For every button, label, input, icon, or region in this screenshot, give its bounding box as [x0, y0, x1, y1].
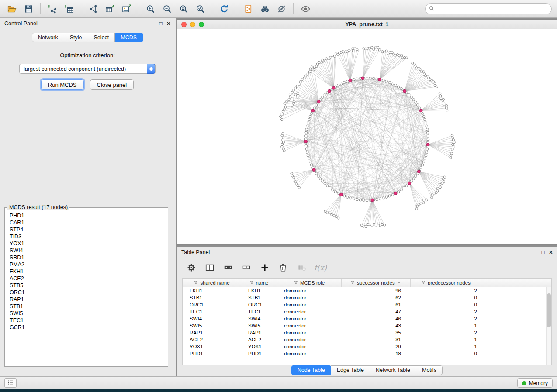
export-table-button[interactable] [101, 2, 118, 16]
close-table-panel-icon[interactable]: × [549, 250, 553, 255]
network-window-titlebar[interactable]: YPA_prune.txt_1 [177, 20, 557, 29]
column-header-shared-name[interactable]: shared name [183, 279, 241, 287]
minimize-window-icon[interactable] [190, 22, 195, 27]
close-panel-icon[interactable]: × [167, 21, 170, 26]
scrollbar-thumb[interactable] [547, 293, 551, 327]
column-header-MCDS-role[interactable]: MCDS role [277, 279, 342, 287]
tab-style[interactable]: Style [64, 33, 88, 42]
export-image-button[interactable] [118, 2, 135, 16]
mcds-result-item[interactable]: YOX1 [10, 240, 168, 247]
table-row[interactable]: RAP1RAP1dominator352 [183, 329, 551, 336]
function-builder-button[interactable]: f(x) [314, 263, 327, 272]
search-network-button[interactable] [256, 2, 273, 16]
panel-menu-button[interactable] [4, 378, 17, 388]
table-row[interactable]: SWI4SWI4dominator462 [183, 315, 551, 322]
maximize-window-icon[interactable] [199, 22, 204, 27]
import-table-button[interactable] [61, 2, 77, 16]
search-box[interactable] [425, 3, 552, 14]
toggle-visibility-button[interactable] [297, 2, 314, 16]
table-panel-title: Table Panel [181, 249, 210, 255]
zoom-fit-button[interactable] [175, 2, 192, 16]
export-network-button[interactable] [85, 2, 101, 16]
mcds-result-item[interactable]: FKH1 [10, 268, 168, 275]
memory-button[interactable]: Memory [517, 378, 553, 388]
table-cell: 96 [342, 288, 411, 293]
table-row[interactable]: SWI5SWI5connector431 [183, 322, 551, 329]
float-panel-icon[interactable]: □ [159, 21, 163, 26]
mcds-result-item[interactable]: SRD1 [10, 254, 168, 261]
share-document-button[interactable] [240, 2, 256, 16]
tab-node-table[interactable]: Node Table [291, 365, 331, 375]
save-session-button[interactable] [20, 2, 37, 16]
tab-network[interactable]: Network [32, 33, 64, 42]
mcds-result-item[interactable]: TEC1 [10, 317, 168, 324]
table-cell: 35 [342, 330, 411, 335]
table-cell: RAP1 [241, 330, 277, 335]
table-row[interactable]: TEC1TEC1connector472 [183, 308, 551, 315]
table-cell: 0 [411, 351, 481, 356]
close-panel-button[interactable]: Close panel [90, 79, 134, 90]
table-row[interactable]: STB1STB1dominator620 [183, 294, 551, 301]
table-cell: ACE2 [241, 337, 277, 342]
table-settings-gear-button[interactable] [186, 262, 197, 273]
search-input[interactable] [435, 6, 548, 12]
mcds-result-item[interactable]: CAR1 [10, 219, 168, 226]
column-header-successor-nodes[interactable]: successor nodes [342, 279, 411, 287]
tab-edge-table[interactable]: Edge Table [331, 365, 370, 375]
mcds-result-item[interactable]: TID3 [10, 233, 168, 240]
import-network-button[interactable] [44, 2, 61, 16]
mcds-result-item[interactable]: RAP1 [10, 296, 168, 303]
zoom-selected-button[interactable] [192, 2, 208, 16]
mcds-result-item[interactable]: STB1 [10, 303, 168, 310]
tab-select[interactable]: Select [88, 33, 115, 42]
optimization-criterion-select[interactable]: largest connected component (undirected) [19, 64, 156, 74]
zoom-out-button[interactable] [159, 2, 175, 16]
table-row[interactable]: FKH1FKH1dominator962 [183, 287, 551, 294]
float-table-panel-icon[interactable]: □ [542, 250, 545, 255]
zoom-in-button[interactable] [142, 2, 159, 16]
table-cell: SWI5 [183, 323, 241, 328]
table-row[interactable]: YOX1YOX1connector291 [183, 343, 551, 350]
mcds-result-item[interactable]: SWI4 [10, 247, 168, 254]
save-session-icon [24, 4, 34, 14]
hide-details-button[interactable] [273, 2, 290, 16]
close-window-icon[interactable] [181, 22, 187, 27]
split-columns-button[interactable] [204, 262, 215, 273]
select-all-rows-button[interactable] [222, 262, 234, 273]
table-row[interactable]: ORC1ORC1dominator610 [183, 301, 551, 308]
mcds-result-item[interactable]: PMA2 [10, 261, 168, 268]
tab-motifs[interactable]: Motifs [416, 365, 443, 375]
import-network-icon [48, 4, 58, 14]
search-icon [429, 5, 435, 13]
column-header-predecessor-nodes[interactable]: predecessor nodes [411, 279, 481, 287]
mcds-result-item[interactable]: ACE2 [10, 275, 168, 282]
table-row[interactable]: ACE2ACE2connector311 [183, 336, 551, 343]
mcds-result-item[interactable]: PHD1 [10, 212, 168, 219]
delete-column-button[interactable] [277, 262, 289, 273]
table-cell: ORC1 [183, 302, 241, 307]
mcds-result-item[interactable]: STB5 [10, 282, 168, 289]
control-panel-header: Control Panel □ × [0, 18, 175, 29]
refresh-network-button[interactable] [216, 2, 232, 16]
add-column-button[interactable] [259, 262, 270, 273]
tab-mcds[interactable]: MCDS [115, 33, 143, 42]
mcds-result-item[interactable]: ORC1 [10, 289, 168, 296]
open-file-button[interactable] [3, 2, 20, 16]
application-window: Control Panel □ × NetworkStyleSelectMCDS… [0, 0, 557, 389]
delete-table-disabled-button[interactable] [296, 262, 307, 273]
column-header-icon [249, 280, 254, 285]
mcds-result-item[interactable]: STP4 [10, 226, 168, 233]
table-row[interactable]: PHD1PHD1dominator180 [183, 350, 551, 357]
table-scrollbar[interactable] [546, 287, 551, 365]
table-cell: STB1 [183, 295, 241, 300]
run-mcds-button[interactable]: Run MCDS [41, 79, 84, 90]
network-view-canvas[interactable] [177, 29, 557, 245]
table-cell: 61 [342, 302, 411, 307]
deselect-all-rows-button[interactable] [241, 262, 252, 273]
list-menu-icon [7, 379, 14, 388]
mcds-result-item[interactable]: SWI5 [10, 310, 168, 317]
column-header-label: shared name [200, 280, 229, 285]
column-header-name[interactable]: name [241, 279, 277, 287]
tab-network-table[interactable]: Network Table [370, 365, 416, 375]
mcds-result-item[interactable]: GCR1 [10, 324, 168, 331]
